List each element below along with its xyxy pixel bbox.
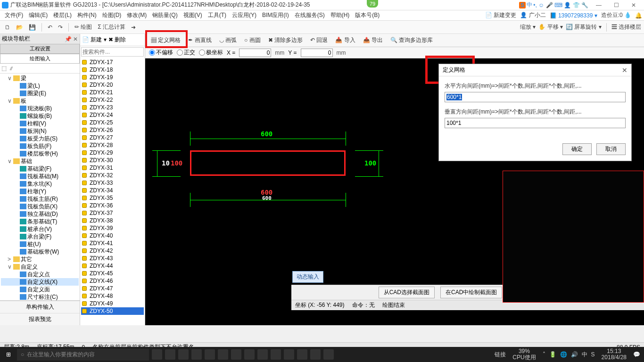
volume-icon[interactable]: 🔊 xyxy=(571,351,578,358)
list-item[interactable]: ZDYX-29 xyxy=(81,149,144,156)
tray-link[interactable]: 链接 xyxy=(495,351,506,359)
sogou-icon[interactable]: S xyxy=(519,2,526,8)
redo-button[interactable]: ↷ xyxy=(56,24,65,31)
tree-node[interactable]: 尺寸标注(C) xyxy=(1,293,79,300)
tree-node[interactable]: 集水坑(K) xyxy=(1,180,79,188)
list-item[interactable]: ZDYX-31 xyxy=(81,164,144,172)
undo-button[interactable]: ↶ xyxy=(46,24,54,31)
tree-node[interactable]: 自定义线(X) xyxy=(1,278,79,286)
list-item[interactable]: ZDYX-24 xyxy=(81,111,144,119)
y-input[interactable] xyxy=(301,49,333,57)
ortho-radio[interactable]: 正交 xyxy=(177,49,195,57)
new-file-button[interactable]: 🗋 xyxy=(3,24,12,31)
tree-node[interactable]: 楼层板带(H) xyxy=(1,150,79,157)
tree-node[interactable]: 螺旋板(B) xyxy=(1,112,79,120)
single-component-input[interactable]: 单构件输入 xyxy=(0,301,80,313)
tree-node[interactable]: ∨基础 xyxy=(1,157,79,165)
tree-node[interactable]: >其它 xyxy=(1,255,79,263)
cad-draw-button[interactable]: 在CAD中绘制截面图 xyxy=(440,287,502,298)
draw-arc-button[interactable]: ◡ 画弧 xyxy=(216,36,239,44)
tree-node[interactable]: 圈梁(E) xyxy=(1,90,79,97)
tree-node[interactable]: 现浇板(B) xyxy=(1,105,79,112)
floors-button[interactable]: ☰ 选择楼层 xyxy=(611,23,641,31)
list-item[interactable]: ZDYX-35 xyxy=(81,194,144,202)
list-item[interactable]: ZDYX-22 xyxy=(81,96,144,104)
save-button[interactable]: 💾 xyxy=(27,24,38,31)
list-item[interactable]: ZDYX-34 xyxy=(81,187,144,194)
menu-rebar[interactable]: 钢筋量(Q) xyxy=(149,11,180,19)
menu-help[interactable]: 帮助(H) xyxy=(328,11,353,19)
tree-node[interactable]: 桩承台(V) xyxy=(1,225,79,233)
tree-node[interactable]: 承台梁(F) xyxy=(1,233,79,240)
list-item[interactable]: ZDYX-19 xyxy=(81,74,144,81)
list-item[interactable]: ZDYX-30 xyxy=(81,156,144,164)
tb-app-icon[interactable] xyxy=(152,349,162,360)
ime-lang[interactable]: 中 xyxy=(527,1,532,9)
search-input[interactable] xyxy=(81,47,144,57)
tree-node[interactable]: 板负筋(F) xyxy=(1,142,79,150)
tray-expand-icon[interactable]: ˄ xyxy=(543,351,545,358)
list-item[interactable]: ZDYX-25 xyxy=(81,119,144,126)
open-file-button[interactable]: 📂 xyxy=(14,24,25,31)
tree-node[interactable]: 基础板带(W) xyxy=(1,248,79,255)
taskbar-apps[interactable] xyxy=(149,349,337,360)
list-item[interactable]: ZDYX-21 xyxy=(81,89,144,96)
list-item[interactable]: ZDYX-48 xyxy=(81,292,144,300)
menu-edit[interactable]: 编辑(E) xyxy=(26,11,50,19)
horizontal-field[interactable]: 600*1 xyxy=(445,92,626,102)
list-item[interactable]: ZDYX-50 xyxy=(81,307,144,315)
menu-cloud[interactable]: 云应用(Y) xyxy=(229,11,259,19)
ime-zh[interactable]: 中 xyxy=(582,351,587,359)
slash-icon[interactable]: ⫽ xyxy=(8,65,14,72)
ime-extra[interactable]: •, ☺ 🎤 ⌨ 👤 👕 🔧 xyxy=(533,2,588,8)
list-item[interactable]: ZDYX-18 xyxy=(81,66,144,74)
dialog-ok-button[interactable]: 确定 xyxy=(562,143,592,155)
bell-icon[interactable]: 🔔 xyxy=(635,12,642,19)
list-item[interactable]: ZDYX-43 xyxy=(81,255,144,262)
ime-toolbar[interactable]: S 中 •, ☺ 🎤 ⌨ 👤 👕 🔧 xyxy=(517,1,590,9)
list-delete-button[interactable]: ✖ 删除 xyxy=(108,36,126,44)
list-item[interactable]: ZDYX-28 xyxy=(81,141,144,149)
x-input[interactable] xyxy=(239,49,271,57)
dialog-cancel-button[interactable]: 取消 xyxy=(596,143,626,155)
list-new-button[interactable]: 📄 新建 ▾ xyxy=(82,36,107,44)
close-button[interactable]: ✕ xyxy=(625,0,642,10)
vertical-field[interactable]: 100*1 xyxy=(445,118,626,128)
start-button[interactable]: ⊞ xyxy=(0,351,17,358)
tree-node[interactable]: 梁(L) xyxy=(1,82,79,90)
notification-icon[interactable]: 💬 xyxy=(633,351,640,358)
list-item[interactable]: ZDYX-33 xyxy=(81,179,144,187)
polar-radio[interactable]: 极坐标 xyxy=(199,49,223,57)
sigma-button[interactable]: Σ 汇总计算 xyxy=(96,23,127,31)
tree-node[interactable]: 柱帽(V) xyxy=(1,120,79,127)
tree-node[interactable]: ∨自定义 xyxy=(1,263,79,271)
battery-icon[interactable]: 🔋 xyxy=(549,351,556,358)
tree-node[interactable]: 基础梁(F) xyxy=(1,165,79,173)
maximize-button[interactable]: ☐ xyxy=(608,0,625,10)
component-list[interactable]: ZDYX-17ZDYX-18ZDYX-19ZDYX-20ZDYX-21ZDYX-… xyxy=(80,58,145,325)
clear-polygon-button[interactable]: ✖ 清除多边形 xyxy=(265,36,305,44)
tree-node[interactable]: ∨板 xyxy=(1,97,79,105)
menu-bim[interactable]: BIM应用(I) xyxy=(259,11,292,19)
tree-node[interactable]: 独立基础(D) xyxy=(1,210,79,218)
tree-node[interactable]: ∨梁 xyxy=(1,74,79,82)
list-item[interactable]: ZDYX-38 xyxy=(81,217,144,224)
tree-node[interactable]: 桩(U) xyxy=(1,240,79,248)
phone-dropdown[interactable]: 📘 13907298339 ▾ xyxy=(550,12,597,19)
user-label[interactable]: 👤 广小二 xyxy=(520,11,545,19)
tree-node[interactable]: 板洞(N) xyxy=(1,127,79,135)
list-item[interactable]: ZDYX-17 xyxy=(81,58,144,66)
menu-floor[interactable]: 楼层(L) xyxy=(50,11,74,19)
tree-node[interactable]: 筏板主筋(R) xyxy=(1,195,79,203)
tree-node[interactable]: 柱墩(Y) xyxy=(1,188,79,195)
dialog-close-button[interactable]: ✕ xyxy=(622,66,627,74)
network-icon[interactable]: 🌐 xyxy=(560,351,567,358)
list-item[interactable]: ZDYX-42 xyxy=(81,247,144,255)
cad-select-button[interactable]: 从CAD选择截面图 xyxy=(379,287,435,298)
list-item[interactable]: ZDYX-36 xyxy=(81,202,144,209)
list-item[interactable]: ZDYX-46 xyxy=(81,277,144,285)
menu-draw[interactable]: 绘图(D) xyxy=(99,11,124,19)
tree-node[interactable]: 自定义点 xyxy=(1,271,79,278)
menu-version[interactable]: 版本号(B) xyxy=(352,11,382,19)
list-item[interactable]: ZDYX-45 xyxy=(81,270,144,277)
